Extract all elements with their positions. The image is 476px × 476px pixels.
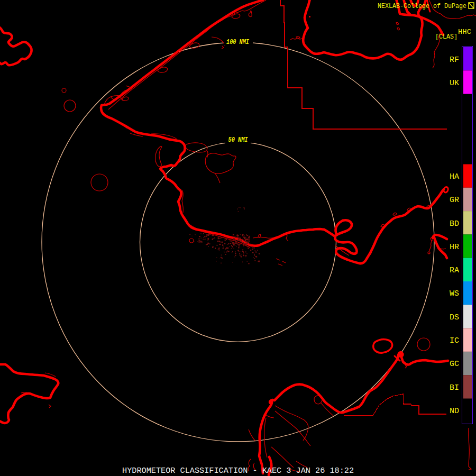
svg-text:GR: GR (450, 196, 459, 205)
svg-text:NEXLAB-College of DuPage: NEXLAB-College of DuPage (378, 3, 466, 10)
svg-text:HYDROMETEOR CLASSIFICATION - K: HYDROMETEOR CLASSIFICATION - KAEC 3 JAN … (122, 466, 354, 475)
svg-text:HA: HA (450, 172, 459, 181)
svg-text:ND: ND (450, 407, 459, 416)
svg-text:HR: HR (450, 243, 459, 252)
svg-text:WS: WS (450, 289, 459, 298)
svg-text:BD: BD (450, 219, 459, 228)
svg-text:RA: RA (450, 266, 459, 275)
svg-text:HHC: HHC (458, 28, 471, 36)
svg-text:50 NMI: 50 NMI (228, 136, 249, 144)
svg-text:DS: DS (450, 313, 459, 322)
svg-text:GC: GC (450, 360, 459, 369)
svg-text:[CLAS]: [CLAS] (435, 33, 457, 41)
svg-text:RF: RF (450, 56, 459, 65)
svg-text:BI: BI (450, 383, 459, 392)
svg-text:IC: IC (450, 336, 459, 345)
svg-text:UK: UK (450, 79, 459, 88)
svg-text:100 NMI: 100 NMI (226, 39, 250, 46)
